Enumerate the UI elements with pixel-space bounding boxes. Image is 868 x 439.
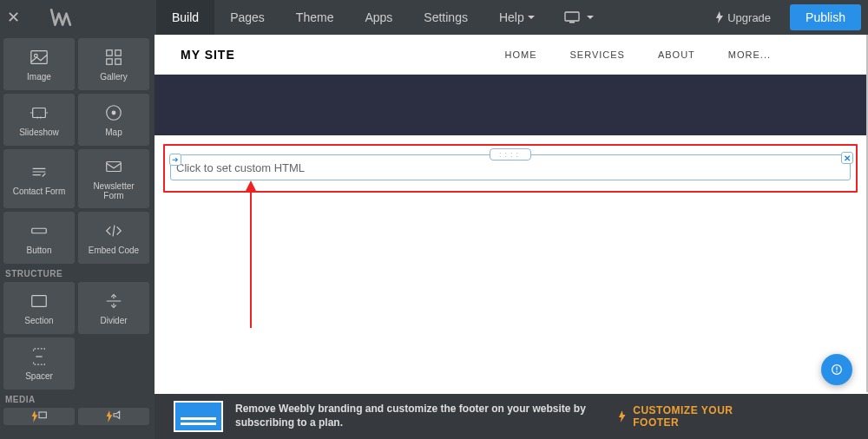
footer-cta-label: CUSTOMIZE YOUR FOOTER (633, 404, 752, 429)
embed-html-element[interactable]: ➜ :::: ✕ Click to set custom HTML (170, 154, 851, 180)
widget-label: Embed Code (89, 246, 139, 255)
widget-label: Button (27, 246, 52, 255)
widget-gallery[interactable]: Gallery (78, 38, 149, 90)
close-icon[interactable]: ✕ (0, 0, 26, 35)
annotation-highlight: ➜ :::: ✕ Click to set custom HTML (163, 144, 858, 193)
widget-slideshow[interactable]: Slideshow (3, 94, 75, 146)
site-nav: MY SITE HOME SERVICES ABOUT MORE... (155, 35, 866, 75)
footer-thumb-icon (174, 401, 223, 432)
widget-button[interactable]: Button (3, 212, 75, 264)
widget-label: Map (105, 128, 122, 137)
widget-media-1[interactable] (3, 408, 75, 425)
publish-button[interactable]: Publish (790, 4, 861, 30)
device-preview[interactable] (550, 0, 608, 35)
menu-settings[interactable]: Settings (408, 0, 483, 35)
widget-spacer[interactable]: Spacer (3, 337, 75, 390)
svg-rect-5 (115, 49, 121, 55)
widget-label: Section (24, 316, 53, 325)
widget-label: Slideshow (19, 128, 59, 137)
widget-label: Gallery (100, 72, 128, 82)
widget-label: Divider (100, 316, 127, 325)
widget-newsletter-form[interactable]: Newsletter Form (78, 149, 149, 208)
footer-text: Remove Weebly branding and customize the… (235, 403, 606, 429)
nav-home[interactable]: HOME (504, 49, 536, 60)
svg-rect-16 (39, 412, 46, 418)
topbar: ✕ Build Pages Theme Apps Settings Help U… (0, 0, 868, 35)
svg-rect-13 (107, 162, 122, 172)
svg-point-12 (112, 111, 115, 115)
widget-section[interactable]: Section (3, 282, 75, 334)
svg-rect-6 (107, 58, 112, 63)
footer-banner: Remove Weebly branding and customize the… (155, 394, 868, 439)
menu-build[interactable]: Build (156, 0, 214, 35)
widget-label: Image (27, 72, 51, 82)
menu-apps[interactable]: Apps (349, 0, 408, 35)
sidebar: Image Gallery Slideshow Map Contact Form… (0, 35, 155, 439)
embed-html-placeholder: Click to set custom HTML (176, 161, 305, 174)
site-menu: HOME SERVICES ABOUT MORE... (504, 49, 840, 60)
svg-point-3 (35, 54, 38, 57)
menu-pages[interactable]: Pages (214, 0, 280, 35)
widget-embed-code[interactable]: Embed Code (78, 212, 149, 264)
element-move-icon[interactable]: ➜ (169, 154, 181, 166)
nav-more[interactable]: MORE... (728, 49, 771, 60)
widget-label: Newsletter Form (93, 181, 134, 200)
widget-media-2[interactable] (78, 408, 149, 425)
nav-about[interactable]: ABOUT (658, 49, 695, 60)
upgrade-label: Upgrade (727, 11, 771, 24)
svg-rect-4 (107, 49, 112, 55)
element-drag-handle[interactable]: :::: (490, 148, 531, 161)
widget-image[interactable]: Image (3, 38, 75, 90)
widget-label: Contact Form (13, 187, 66, 196)
widget-map[interactable]: Map (78, 94, 149, 146)
element-delete-icon[interactable]: ✕ (841, 152, 853, 164)
nav-services[interactable]: SERVICES (569, 49, 624, 60)
customize-footer-button[interactable]: CUSTOMIZE YOUR FOOTER (618, 404, 856, 429)
svg-rect-1 (569, 22, 575, 23)
site-body[interactable]: ➜ :::: ✕ Click to set custom HTML (155, 135, 866, 387)
upgrade-button[interactable]: Upgrade (703, 11, 783, 24)
widget-divider[interactable]: Divider (78, 282, 149, 334)
topbar-right: Upgrade Publish (703, 0, 868, 35)
svg-point-9 (37, 117, 38, 118)
svg-rect-0 (565, 12, 579, 21)
site-title[interactable]: MY SITE (181, 48, 235, 62)
svg-point-10 (40, 117, 41, 118)
widget-contact-form[interactable]: Contact Form (3, 149, 75, 208)
menu-help[interactable]: Help (483, 0, 550, 35)
help-fab[interactable] (821, 354, 852, 385)
menu-theme[interactable]: Theme (280, 0, 350, 35)
svg-rect-15 (32, 295, 47, 306)
site-hero[interactable] (155, 75, 866, 135)
section-media-label: MEDIA (3, 390, 151, 408)
widget-label: Spacer (25, 371, 53, 381)
canvas: MY SITE HOME SERVICES ABOUT MORE... ➜ ::… (155, 35, 866, 392)
annotation-arrow (250, 189, 252, 328)
section-structure-label: STRUCTURE (3, 264, 151, 282)
svg-rect-8 (33, 108, 46, 117)
svg-rect-14 (32, 228, 47, 233)
svg-rect-7 (115, 58, 121, 63)
topbar-menu: Build Pages Theme Apps Settings Help (156, 0, 608, 35)
weebly-logo[interactable] (26, 6, 95, 29)
